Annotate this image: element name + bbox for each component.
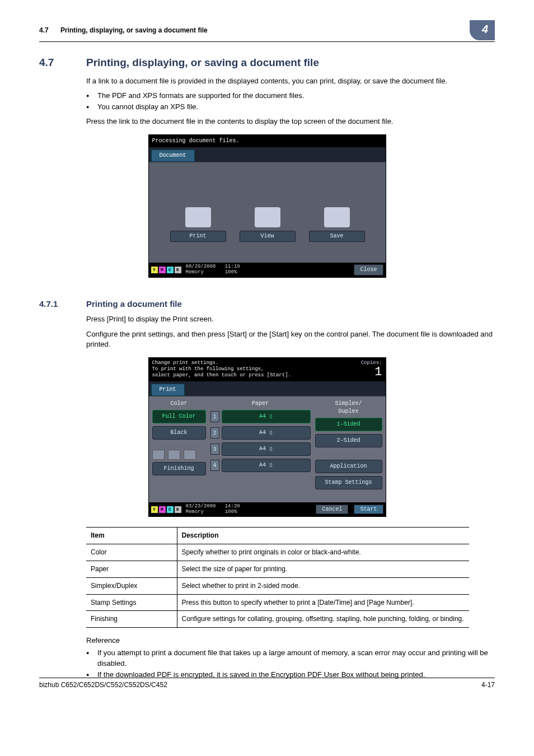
tray-row[interactable]: 4A4 ▯ [210,459,311,472]
screen-body: Print View Save [149,162,386,263]
tray-number: 4 [210,460,219,471]
tray-row[interactable]: 3A4 ▯ [210,442,311,456]
subsection-heading: 4.7.1Printing a document file [39,298,495,310]
cancel-button[interactable]: Cancel [316,505,348,514]
tray-number: 3 [210,444,219,455]
copies-value: 1 [361,366,382,379]
color-column-label: Color [152,400,206,408]
print-status-text: Change print settings. To print with the… [152,360,291,379]
table-row: ColorSpecify whether to print originals … [86,544,469,561]
toner-k-icon: K [175,506,181,513]
running-section-number: 4.7 [39,26,49,34]
save-icon [324,207,350,227]
close-button[interactable]: Close [354,264,383,276]
footer-date: 03/23/2009 [186,503,216,509]
subsection-title: Printing a document file [86,299,182,309]
toner-levels: Y M C K [151,506,181,513]
settings-description-table: Item Description ColorSpecify whether to… [86,527,469,628]
print-screen-body: Color Full Color Black Finishing Paper 1… [149,396,386,502]
document-tab[interactable]: Document [151,150,195,162]
table-desc: Select the size of paper for printing. [177,561,469,578]
running-header: 4.7 Printing, displaying, or saving a do… [39,20,495,42]
document-top-screen: Processing document files. Document Prin… [148,134,386,278]
subsection-p2: Configure the print settings, and then p… [86,329,495,349]
footer-mem-value: 100% [225,509,237,515]
footer-mem-label: Memory [186,509,204,515]
save-button-label: Save [309,231,365,242]
running-section-title: Printing, displaying, or saving a docume… [60,26,208,34]
table-header-item: Item [86,528,177,544]
finishing-icon [184,450,196,460]
two-sided-button[interactable]: 2-Sided [315,434,382,447]
tray-label: A4 ▯ [222,410,311,423]
duplex-column: Simplex/ Duplex 1-Sided 2-Sided Applicat… [315,400,382,492]
tray-label: A4 ▯ [222,442,311,456]
table-item: Simplex/Duplex [86,577,177,594]
list-item: If you attempt to print a document file … [86,648,495,668]
table-row: Stamp SettingsPress this button to speci… [86,594,469,611]
save-button[interactable]: Save [309,207,365,242]
table-item: Stamp Settings [86,594,177,611]
view-button[interactable]: View [240,207,296,242]
table-header-description: Description [177,528,469,544]
table-item: Color [86,544,177,561]
footer-mem-value: 100% [225,269,237,275]
finishing-button[interactable]: Finishing [152,462,206,475]
print-footer-info: 03/23/2009 14:20 Memory 100% [181,504,316,515]
one-sided-button[interactable]: 1-Sided [315,418,382,431]
black-button[interactable]: Black [152,426,206,440]
start-button[interactable]: Start [354,505,383,514]
toner-m-icon: M [159,267,166,273]
color-column: Color Full Color Black Finishing [152,400,206,492]
table-item: Finishing [86,611,177,628]
list-item: You cannot display an XPS file. [86,102,495,112]
footer-model: bizhub C652/C652DS/C552/C552DS/C452 [39,680,167,690]
tray-label: A4 ▯ [222,426,311,440]
table-item: Paper [86,561,177,578]
stamp-settings-button[interactable]: Stamp Settings [315,476,382,489]
finishing-icons [152,450,206,460]
section-bullet-list: The PDF and XPS formats are supported fo… [86,91,495,112]
duplex-column-label: Simplex/ Duplex [315,400,382,416]
print-button-label: Print [170,231,226,242]
screen-status: Processing document files. [149,135,386,147]
table-desc: Press this button to specify whether to … [177,594,469,611]
running-header-left: 4.7 Printing, displaying, or saving a do… [39,26,208,35]
finishing-icon [152,450,165,460]
table-desc: Configure settings for collating, groupi… [177,611,469,628]
toner-c-icon: C [167,267,174,273]
footer-time: 14:20 [225,503,240,509]
subsection-number: 4.7.1 [39,298,86,310]
print-tab[interactable]: Print [151,384,185,396]
view-icon [255,207,280,227]
section-intro: If a link to a document file is provided… [86,76,495,86]
application-button[interactable]: Application [315,460,382,473]
section-title: Printing, displaying, or saving a docume… [86,57,319,68]
section-after-bullets: Press the link to the document file in t… [86,116,495,127]
paper-column: Paper 1A4 ▯ 2A4 ▯ 3A4 ▯ 4A4 ▯ [210,400,311,492]
print-icon [185,207,211,227]
toner-k-icon: K [175,267,181,273]
tray-number: 1 [210,411,219,422]
section-number: 4.7 [39,55,86,71]
toner-m-icon: M [159,506,166,513]
subsection-p1: Press [Print] to display the Print scree… [86,314,495,324]
tray-row[interactable]: 1A4 ▯ [210,410,311,423]
section-heading: 4.7Printing, displaying, or saving a doc… [39,55,495,71]
footer-page-number: 4-17 [481,680,495,690]
print-button[interactable]: Print [170,207,226,242]
tray-row[interactable]: 2A4 ▯ [210,426,311,440]
toner-y-icon: Y [151,267,158,273]
paper-column-label: Paper [210,400,311,408]
reference-heading: Reference [86,636,495,646]
screen-footer-info: 08/29/2008 11:19 Memory 100% [181,264,354,276]
tray-label: A4 ▯ [222,459,311,472]
copies-display: Copies: 1 [361,360,382,379]
page-footer: bizhub C652/C652DS/C552/C552DS/C452 4-17 [39,678,495,690]
table-desc: Select whether to print in 2-sided mode. [177,577,469,594]
full-color-button[interactable]: Full Color [152,410,206,423]
toner-c-icon: C [167,506,174,513]
footer-mem-label: Memory [186,269,204,275]
chapter-badge: 4 [470,20,495,40]
table-desc: Specify whether to print originals in co… [177,544,469,561]
